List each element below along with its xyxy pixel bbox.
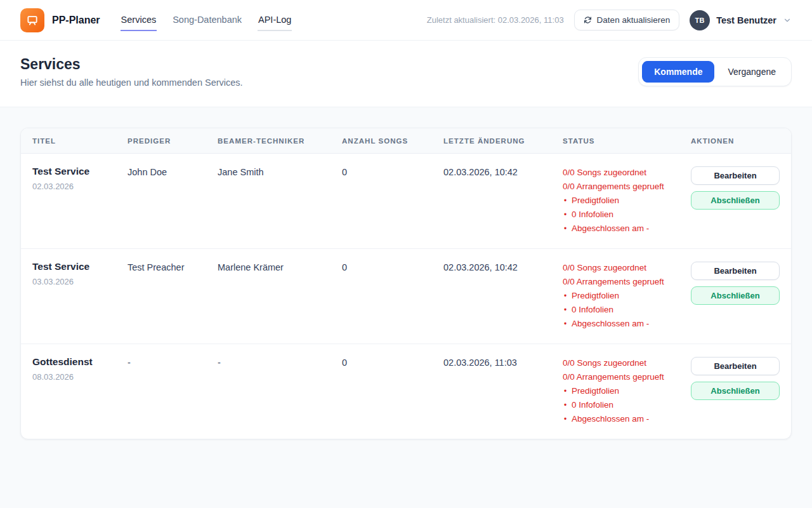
cell-technician: Jane Smith <box>218 166 342 178</box>
status-line: 0/0 Arrangements geprueft <box>563 275 691 289</box>
app-logo <box>20 8 44 32</box>
cell-song-count: 0 <box>342 356 443 369</box>
edit-button[interactable]: Bearbeiten <box>691 262 780 280</box>
service-date: 03.03.2026 <box>32 277 128 286</box>
filter-upcoming-button[interactable]: Kommende <box>642 61 714 83</box>
chevron-down-icon <box>783 16 792 25</box>
cell-song-count: 0 <box>342 166 443 178</box>
service-title: Gottesdienst <box>32 356 128 368</box>
page-subtitle: Hier siehst du alle heutigen und kommend… <box>20 77 243 88</box>
table-row: Test Service 03.03.2026 Test Preacher Ma… <box>21 249 791 344</box>
refresh-icon <box>584 16 592 24</box>
refresh-button-label: Daten aktualisieren <box>597 15 671 25</box>
cell-preacher: Test Preacher <box>128 261 218 274</box>
service-date: 08.03.2026 <box>32 372 128 382</box>
status-bullet-line: Abgeschlossen am - <box>563 222 691 236</box>
page-head: Services Hier siehst du alle heutigen un… <box>0 41 812 107</box>
cell-title: Test Service 03.03.2026 <box>32 261 128 286</box>
topbar-right: Zuletzt aktualisiert: 02.03.2026, 11:03 … <box>427 10 792 30</box>
nav-item-song-datenbank[interactable]: Song-Datenbank <box>172 10 242 31</box>
app-name: PP-Planer <box>52 15 100 26</box>
cell-technician: Marlene Krämer <box>218 261 342 274</box>
complete-button[interactable]: Abschließen <box>691 286 780 305</box>
service-date: 02.03.2026 <box>32 182 128 191</box>
last-updated-text: Zuletzt aktualisiert: 02.03.2026, 11:03 <box>427 15 564 25</box>
status-bullet-line: Predigtfolien <box>563 289 691 303</box>
status-line: 0/0 Arrangements geprueft <box>563 370 691 384</box>
filter-past-button[interactable]: Vergangene <box>716 61 788 83</box>
table-row: Test Service 02.03.2026 John Doe Jane Sm… <box>21 154 791 249</box>
cell-song-count: 0 <box>342 261 443 274</box>
cell-status: 0/0 Songs zugeordnet0/0 Arrangements gep… <box>563 356 691 426</box>
status-bullet-line: Predigtfolien <box>563 194 691 208</box>
column-header-titel: Titel <box>32 137 128 145</box>
user-menu[interactable]: TB Test Benutzer <box>690 10 792 30</box>
cell-actions: Bearbeiten Abschließen <box>691 166 780 210</box>
presentation-screen-icon <box>26 14 39 27</box>
cell-title: Gottesdienst 08.03.2026 <box>32 356 128 382</box>
cell-last-change: 02.03.2026, 11:03 <box>443 356 563 369</box>
status-line: 0/0 Songs zugeordnet <box>563 261 691 275</box>
content: Titel Prediger Beamer-Techniker Anzahl S… <box>0 107 812 460</box>
cell-technician: - <box>218 356 342 369</box>
column-header-letzte-aenderung: Letzte Änderung <box>443 137 563 145</box>
main-nav: Services Song-Datenbank API-Log <box>121 0 292 41</box>
cell-preacher: - <box>128 356 218 369</box>
cell-last-change: 02.03.2026, 10:42 <box>443 261 563 274</box>
service-filter-toggle: Kommende Vergangene <box>638 57 792 86</box>
status-bullet-line: Abgeschlossen am - <box>563 412 691 426</box>
status-bullet-line: Predigtfolien <box>563 384 691 398</box>
avatar: TB <box>690 10 710 30</box>
nav-item-api-log[interactable]: API-Log <box>258 10 292 31</box>
status-line: 0/0 Songs zugeordnet <box>563 356 691 370</box>
services-table: Titel Prediger Beamer-Techniker Anzahl S… <box>20 128 792 439</box>
cell-actions: Bearbeiten Abschließen <box>691 261 780 305</box>
page-title: Services <box>20 56 243 73</box>
status-bullet-line: 0 Infofolien <box>563 208 691 222</box>
edit-button[interactable]: Bearbeiten <box>691 357 780 375</box>
column-header-anzahl-songs: Anzahl Songs <box>342 137 443 145</box>
column-header-prediger: Prediger <box>128 137 218 145</box>
table-header-row: Titel Prediger Beamer-Techniker Anzahl S… <box>21 128 791 154</box>
page-head-text: Services Hier siehst du alle heutigen un… <box>20 56 243 88</box>
cell-title: Test Service 02.03.2026 <box>32 166 128 191</box>
status-bullet-line: 0 Infofolien <box>563 303 691 317</box>
status-bullet-line: Abgeschlossen am - <box>563 317 691 331</box>
cell-status: 0/0 Songs zugeordnet0/0 Arrangements gep… <box>563 166 691 236</box>
complete-button[interactable]: Abschließen <box>691 382 780 400</box>
cell-last-change: 02.03.2026, 10:42 <box>443 166 563 178</box>
cell-status: 0/0 Songs zugeordnet0/0 Arrangements gep… <box>563 261 691 331</box>
column-header-beamer-techniker: Beamer-Techniker <box>218 137 342 145</box>
edit-button[interactable]: Bearbeiten <box>691 166 780 185</box>
cell-actions: Bearbeiten Abschließen <box>691 356 780 400</box>
table-row: Gottesdienst 08.03.2026 - - 0 02.03.2026… <box>21 344 791 439</box>
topbar: PP-Planer Services Song-Datenbank API-Lo… <box>0 0 812 41</box>
column-header-status: Status <box>563 137 691 145</box>
status-bullet-line: 0 Infofolien <box>563 398 691 412</box>
column-header-aktionen: Aktionen <box>691 137 780 145</box>
cell-preacher: John Doe <box>128 166 218 178</box>
table-body: Test Service 02.03.2026 John Doe Jane Sm… <box>21 154 791 439</box>
refresh-data-button[interactable]: Daten aktualisieren <box>574 10 680 30</box>
complete-button[interactable]: Abschließen <box>691 191 780 210</box>
status-line: 0/0 Arrangements geprueft <box>563 180 691 194</box>
nav-item-services[interactable]: Services <box>121 10 157 31</box>
status-line: 0/0 Songs zugeordnet <box>563 166 691 180</box>
user-name: Test Benutzer <box>716 15 776 25</box>
service-title: Test Service <box>32 261 128 272</box>
service-title: Test Service <box>32 166 128 177</box>
